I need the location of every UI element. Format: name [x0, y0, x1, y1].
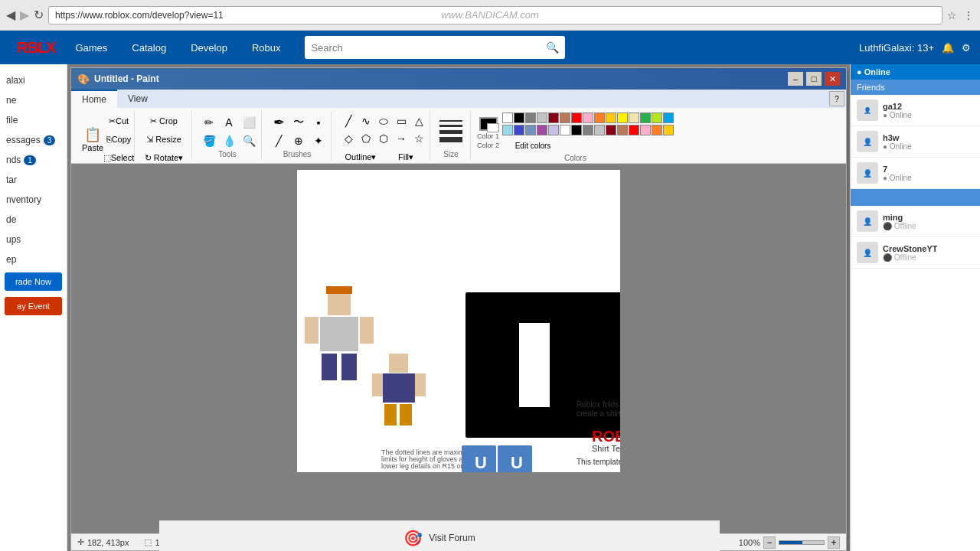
size-1[interactable] — [439, 120, 462, 122]
color-swatch[interactable] — [583, 112, 593, 123]
tab-view[interactable]: View — [117, 90, 158, 108]
shirt-template-canvas[interactable]: TORSO Roblox folds up these faces to cre… — [297, 170, 620, 472]
sidebar-item-9[interactable]: ep — [0, 249, 67, 269]
color-swatch[interactable] — [571, 125, 582, 135]
color-swatch[interactable] — [514, 112, 524, 123]
color-swatch[interactable] — [606, 125, 616, 135]
tab-home[interactable]: Home — [71, 90, 117, 108]
color-swatch[interactable] — [663, 125, 674, 135]
color-swatch[interactable] — [583, 125, 593, 135]
roblox-logo[interactable]: RBLX — [9, 36, 63, 60]
color-swatch[interactable] — [663, 112, 674, 123]
color-swatch[interactable] — [537, 112, 547, 123]
color-swatch[interactable] — [640, 112, 651, 123]
color-swatch[interactable] — [652, 125, 662, 135]
color-swatch[interactable] — [560, 125, 570, 135]
nav-develop[interactable]: Develop — [178, 31, 240, 64]
color-swatch[interactable] — [502, 125, 513, 135]
color-swatch[interactable] — [560, 112, 570, 123]
color-swatch[interactable] — [525, 112, 536, 123]
cut-button[interactable]: ✂ Cut — [108, 112, 129, 129]
color-swatch[interactable] — [652, 112, 662, 123]
chat-user-2[interactable]: 👤 7 ● Online — [851, 158, 980, 189]
color-swatch[interactable] — [594, 112, 605, 123]
color-swatch[interactable] — [617, 112, 628, 123]
maximize-button[interactable]: □ — [806, 72, 822, 86]
brush6-button[interactable]: ✦ — [308, 132, 329, 149]
visit-forum-bar[interactable]: 🎯 Visit Forum — [159, 520, 720, 551]
zoom-out-button[interactable]: − — [763, 536, 776, 549]
colorpicker-button[interactable]: 💧 — [218, 132, 240, 149]
color-swatch[interactable] — [571, 112, 582, 123]
zoom-in-button[interactable]: + — [828, 536, 840, 549]
color-swatch[interactable] — [594, 125, 605, 135]
tri-shape[interactable]: △ — [408, 112, 430, 129]
color-swatch[interactable] — [629, 112, 639, 123]
color-swatch[interactable] — [537, 125, 547, 135]
brush4-button[interactable]: ╱ — [268, 132, 289, 149]
back-icon[interactable]: ◀ — [6, 8, 15, 22]
color-swatch[interactable] — [629, 125, 639, 135]
minimize-button[interactable]: – — [788, 72, 803, 86]
settings-icon[interactable]: ⚙ — [962, 42, 971, 54]
nav-catalog[interactable]: Catalog — [119, 31, 178, 64]
sidebar-item-2[interactable]: file — [0, 110, 67, 130]
search-box[interactable]: 🔍 — [305, 36, 565, 59]
zoom-slider[interactable] — [779, 540, 825, 545]
refresh-icon[interactable]: ↻ — [34, 8, 44, 22]
fill-button[interactable]: 🪣 — [198, 132, 220, 149]
edit-colors-button[interactable]: Edit colors — [502, 137, 564, 154]
sidebar-item-4[interactable]: nds1 — [0, 150, 67, 170]
notifications-icon[interactable]: 🔔 — [942, 42, 954, 54]
color-swatch[interactable] — [640, 125, 651, 135]
chat-user-4[interactable]: 👤 CrewStoneYT ⚫ Offline — [851, 237, 980, 269]
sidebar-item-6[interactable]: nventory — [0, 190, 67, 210]
paste-button[interactable]: 📋 Paste — [79, 124, 106, 155]
size-3[interactable] — [439, 130, 462, 134]
resize-button[interactable]: ⇲ Resize — [141, 131, 187, 148]
copy-button[interactable]: ⎘ Copy — [108, 131, 129, 148]
brush2-button[interactable]: 〜 — [288, 114, 309, 131]
color1-swatch[interactable] — [479, 117, 498, 131]
chat-user-1[interactable]: 👤 h3w ● Online — [851, 126, 980, 158]
pencil-button[interactable]: ✏ — [198, 114, 220, 131]
chat-user-0[interactable]: 👤 ga12 ● Online — [851, 95, 980, 126]
eraser-button[interactable]: ⬜ — [238, 114, 260, 131]
brush5-button[interactable]: ⊕ — [288, 132, 309, 149]
color-swatch[interactable] — [502, 112, 513, 123]
forward-icon[interactable]: ▶ — [20, 8, 29, 22]
color-swatch[interactable] — [548, 112, 559, 123]
event-button[interactable]: ay Event — [5, 297, 62, 315]
fill-shape-button[interactable]: Fill▾ — [387, 148, 425, 165]
sidebar-item-1[interactable]: ne — [0, 90, 67, 110]
sidebar-item-0[interactable]: alaxi — [0, 70, 67, 90]
text-button[interactable]: A — [218, 114, 240, 131]
zoom-button[interactable]: 🔍 — [238, 132, 260, 149]
crop-button[interactable]: ✂ Crop — [141, 112, 187, 129]
color-swatch[interactable] — [606, 112, 616, 123]
nav-games[interactable]: Games — [63, 31, 119, 64]
sidebar-item-7[interactable]: de — [0, 210, 67, 230]
url-bar[interactable]: https://www.roblox.com/develop?view=11 — [48, 6, 942, 24]
sidebar-item-3[interactable]: essages3 — [0, 130, 67, 150]
color-swatch[interactable] — [548, 125, 559, 135]
brush1-button[interactable]: ✒ — [268, 114, 289, 131]
star-icon[interactable]: ☆ — [947, 9, 957, 21]
menu-icon[interactable]: ⋮ — [963, 9, 974, 21]
outline-button[interactable]: Outline▾ — [338, 148, 384, 165]
star-shape[interactable]: ☆ — [408, 130, 430, 147]
upgrade-button[interactable]: rade Now — [5, 272, 62, 291]
brush3-button[interactable]: ▪ — [308, 114, 329, 131]
size-2[interactable] — [439, 125, 462, 127]
canvas-area[interactable]: TORSO Roblox folds up these faces to cre… — [71, 164, 846, 533]
sidebar-item-8[interactable]: ups — [0, 230, 67, 249]
color-swatch[interactable] — [525, 125, 536, 135]
color-swatch[interactable] — [617, 125, 628, 135]
search-input[interactable] — [311, 42, 546, 54]
chat-user-3[interactable]: 👤 ming ⚫ Offline — [851, 206, 980, 237]
color-swatch[interactable] — [514, 125, 524, 135]
size-4[interactable] — [439, 137, 462, 142]
sidebar-item-5[interactable]: tar — [0, 170, 67, 190]
close-button[interactable]: ✕ — [825, 72, 840, 86]
nav-robux[interactable]: Robux — [240, 31, 293, 64]
